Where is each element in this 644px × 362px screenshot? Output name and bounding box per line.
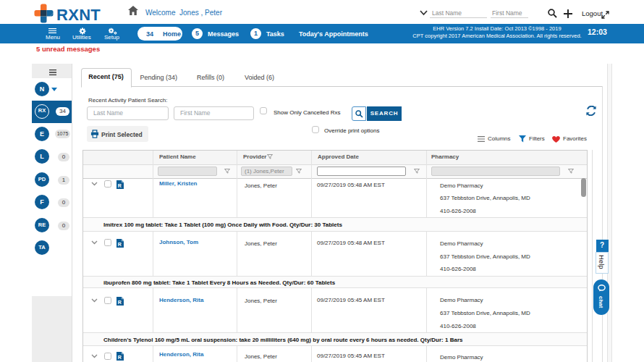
svg-text:R: R (118, 355, 122, 360)
svg-text:R: R (118, 183, 122, 188)
svg-text:R: R (118, 300, 122, 305)
svg-text:R: R (118, 242, 122, 247)
